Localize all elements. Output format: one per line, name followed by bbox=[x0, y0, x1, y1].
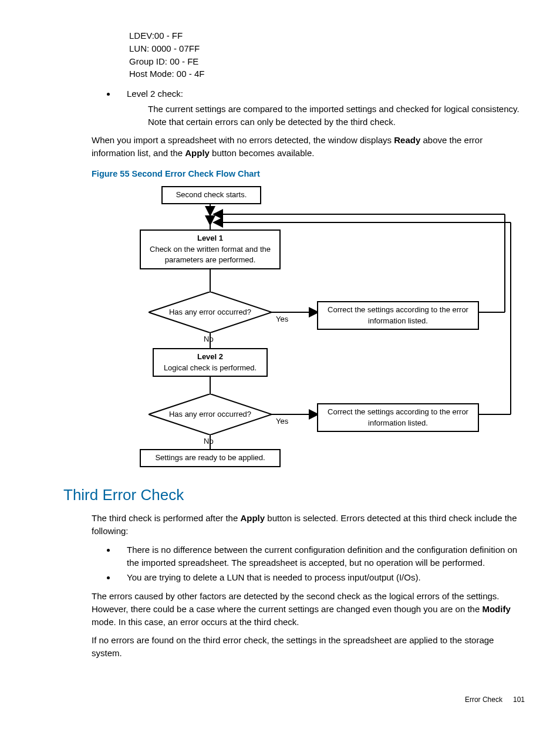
footer-page-number: 101 bbox=[513, 695, 525, 705]
page-footer: Error Check 101 bbox=[35, 695, 525, 705]
flow-title: Level 1 bbox=[144, 233, 276, 244]
apply-keyword: Apply bbox=[185, 148, 210, 158]
import-paragraph: When you import a spreadsheet with no er… bbox=[92, 134, 525, 160]
third-intro: The third check is performed after the A… bbox=[92, 512, 525, 538]
yes-label: Yes bbox=[276, 416, 288, 427]
list-item: You are trying to delete a LUN that is n… bbox=[116, 571, 525, 584]
list-item: Level 2 check: The current settings are … bbox=[116, 87, 525, 128]
flow-text: Settings are ready to be applied. bbox=[155, 453, 265, 462]
flow-title: Level 2 bbox=[157, 352, 263, 363]
flow-text: Has any error occurred? bbox=[169, 306, 251, 318]
level2-description: The current settings are compared to the… bbox=[148, 103, 525, 129]
flow-correct-1: Correct the settings according to the er… bbox=[317, 301, 479, 330]
figure-caption: Figure 55 Second Error Check Flow Chart bbox=[92, 168, 525, 180]
flow-start: Second check starts. bbox=[161, 186, 261, 204]
flow-text: Second check starts. bbox=[176, 190, 247, 199]
flow-end: Settings are ready to be applied. bbox=[140, 449, 281, 467]
text-run: When you import a spreadsheet with no er… bbox=[92, 135, 394, 145]
footer-section: Error Check bbox=[465, 695, 502, 705]
modify-keyword: Modify bbox=[482, 604, 510, 614]
no-label: No bbox=[204, 436, 214, 447]
range-line: LDEV:00 - FF bbox=[129, 29, 525, 42]
text-run: button becomes available. bbox=[210, 148, 314, 158]
range-list: LDEV:00 - FF LUN: 0000 - 07FF Group ID: … bbox=[129, 29, 525, 80]
apply-keyword: Apply bbox=[240, 513, 265, 523]
flow-correct-2: Correct the settings according to the er… bbox=[317, 403, 479, 433]
level2-list: Level 2 check: The current settings are … bbox=[106, 87, 525, 128]
text-run: mode. In this case, an error occurs at t… bbox=[92, 617, 299, 627]
third-para2: The errors caused by other factors are d… bbox=[92, 590, 525, 628]
flowchart: Second check starts. Level 1 Check on th… bbox=[106, 186, 517, 468]
flow-decision-2: Has any error occurred? bbox=[149, 394, 272, 435]
range-line: LUN: 0000 - 07FF bbox=[129, 42, 525, 55]
no-label: No bbox=[204, 334, 214, 345]
list-item: There is no difference between the curre… bbox=[116, 544, 525, 569]
yes-label: Yes bbox=[276, 314, 288, 325]
flow-decision-1: Has any error occurred? bbox=[149, 292, 272, 333]
range-line: Host Mode: 00 - 4F bbox=[129, 67, 525, 80]
third-error-check-heading: Third Error Check bbox=[63, 484, 525, 507]
text-run: The third check is performed after the bbox=[92, 513, 240, 523]
ready-keyword: Ready bbox=[394, 135, 420, 145]
flow-text: Correct the settings according to the er… bbox=[328, 305, 468, 325]
flow-text: Has any error occurred? bbox=[169, 409, 251, 420]
third-para3: If no errors are found on the third erro… bbox=[92, 634, 525, 660]
flow-level1: Level 1 Check on the written format and … bbox=[140, 229, 281, 270]
flow-text: Correct the settings according to the er… bbox=[328, 407, 468, 427]
flow-level2: Level 2 Logical check is performed. bbox=[153, 348, 268, 377]
flow-text: Check on the written format and the para… bbox=[144, 244, 276, 266]
range-line: Group ID: 00 - FE bbox=[129, 55, 525, 68]
third-bullet-list: There is no difference between the curre… bbox=[106, 544, 525, 584]
text-run: The errors caused by other factors are d… bbox=[92, 591, 500, 614]
flow-text: Logical check is performed. bbox=[157, 363, 263, 374]
level2-bullet-label: Level 2 check: bbox=[127, 89, 183, 99]
